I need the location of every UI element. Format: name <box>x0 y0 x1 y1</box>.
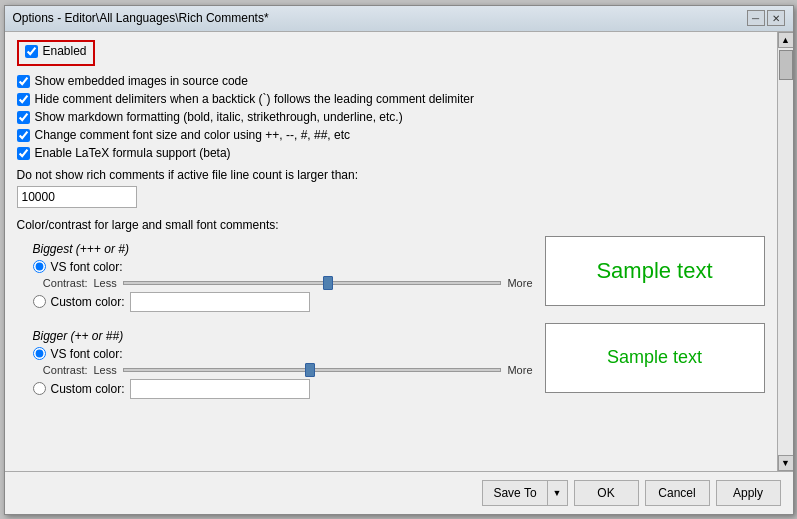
biggest-custom-label: Custom color: <box>51 295 125 309</box>
biggest-less-label: Less <box>94 277 117 289</box>
minimize-button[interactable]: ─ <box>747 10 765 26</box>
enabled-checkbox[interactable] <box>25 45 38 58</box>
enabled-label: Enabled <box>43 44 87 58</box>
biggest-sample-text: Sample text <box>596 258 712 284</box>
bigger-slider-thumb[interactable] <box>305 363 315 377</box>
scroll-down-button[interactable]: ▼ <box>778 455 793 471</box>
apply-button[interactable]: Apply <box>716 480 781 506</box>
biggest-contrast-label: Contrast: <box>33 277 88 289</box>
bigger-slider-track[interactable] <box>123 368 502 372</box>
biggest-contrast-row: Contrast: Less More <box>33 277 533 289</box>
save-to-split-button: Save To ▼ <box>482 480 567 506</box>
bigger-vs-font-label: VS font color: <box>51 347 123 361</box>
change-font-checkbox[interactable] <box>17 129 30 142</box>
enabled-row: Enabled <box>25 44 87 58</box>
options-dialog: Options - Editor\All Languages\Rich Comm… <box>4 5 794 515</box>
bigger-custom-radio[interactable] <box>33 382 46 395</box>
bigger-color-swatch[interactable] <box>130 379 310 399</box>
scrollbar: ▲ ▼ <box>777 32 793 471</box>
close-button[interactable]: ✕ <box>767 10 785 26</box>
show-markdown-row: Show markdown formatting (bold, italic, … <box>17 110 765 124</box>
change-font-row: Change comment font size and color using… <box>17 128 765 142</box>
bigger-label: Bigger (++ or ##) <box>33 329 533 343</box>
footer: Save To ▼ OK Cancel Apply <box>5 471 793 514</box>
bigger-contrast-label: Contrast: <box>33 364 88 376</box>
hide-delimiters-row: Hide comment delimiters when a backtick … <box>17 92 765 106</box>
biggest-slider-container <box>123 281 502 285</box>
cancel-button[interactable]: Cancel <box>645 480 710 506</box>
hide-delimiters-label: Hide comment delimiters when a backtick … <box>35 92 475 106</box>
main-content: Enabled Show embedded images in source c… <box>5 32 777 471</box>
bigger-contrast-row: Contrast: Less More <box>33 364 533 376</box>
biggest-vs-font-radio[interactable] <box>33 260 46 273</box>
enable-latex-label: Enable LaTeX formula support (beta) <box>35 146 231 160</box>
biggest-group: Biggest (+++ or #) VS font color: Contra… <box>17 236 765 315</box>
bigger-sample-box: Sample text <box>545 323 765 393</box>
biggest-sample-box: Sample text <box>545 236 765 306</box>
biggest-vs-font-row: VS font color: <box>33 260 533 274</box>
biggest-custom-radio[interactable] <box>33 295 46 308</box>
dialog-title: Options - Editor\All Languages\Rich Comm… <box>13 11 269 25</box>
bigger-left-col: Bigger (++ or ##) VS font color: Contras… <box>17 323 533 402</box>
show-images-label: Show embedded images in source code <box>35 74 248 88</box>
bigger-sample-text: Sample text <box>607 347 702 368</box>
scroll-track[interactable] <box>778 48 793 455</box>
biggest-slider-track[interactable] <box>123 281 502 285</box>
biggest-vs-font-label: VS font color: <box>51 260 123 274</box>
bigger-more-label: More <box>507 364 532 376</box>
biggest-label: Biggest (+++ or #) <box>33 242 533 256</box>
biggest-slider-thumb[interactable] <box>323 276 333 290</box>
enabled-box: Enabled <box>17 40 95 66</box>
biggest-color-swatch[interactable] <box>130 292 310 312</box>
change-font-label: Change comment font size and color using… <box>35 128 351 142</box>
color-section-label: Color/contrast for large and small font … <box>17 218 765 232</box>
biggest-more-label: More <box>507 277 532 289</box>
scroll-thumb[interactable] <box>779 50 793 80</box>
show-images-checkbox[interactable] <box>17 75 30 88</box>
save-to-arrow-button[interactable]: ▼ <box>548 481 567 505</box>
bigger-custom-label: Custom color: <box>51 382 125 396</box>
bigger-vs-font-row: VS font color: <box>33 347 533 361</box>
biggest-left-col: Biggest (+++ or #) VS font color: Contra… <box>17 236 533 315</box>
biggest-custom-row: Custom color: <box>33 292 533 312</box>
line-count-input[interactable]: 10000 <box>17 186 137 208</box>
content-area: Enabled Show embedded images in source c… <box>5 32 793 471</box>
save-to-button[interactable]: Save To <box>483 481 547 505</box>
title-bar-buttons: ─ ✕ <box>747 10 785 26</box>
line-count-label: Do not show rich comments if active file… <box>17 168 765 182</box>
ok-button[interactable]: OK <box>574 480 639 506</box>
show-images-row: Show embedded images in source code <box>17 74 765 88</box>
enable-latex-row: Enable LaTeX formula support (beta) <box>17 146 765 160</box>
title-bar: Options - Editor\All Languages\Rich Comm… <box>5 6 793 32</box>
hide-delimiters-checkbox[interactable] <box>17 93 30 106</box>
bigger-custom-row: Custom color: <box>33 379 533 399</box>
bigger-vs-font-radio[interactable] <box>33 347 46 360</box>
show-markdown-checkbox[interactable] <box>17 111 30 124</box>
bigger-less-label: Less <box>94 364 117 376</box>
enable-latex-checkbox[interactable] <box>17 147 30 160</box>
bigger-group: Bigger (++ or ##) VS font color: Contras… <box>17 323 765 402</box>
bigger-slider-container <box>123 368 502 372</box>
show-markdown-label: Show markdown formatting (bold, italic, … <box>35 110 403 124</box>
scroll-up-button[interactable]: ▲ <box>778 32 793 48</box>
